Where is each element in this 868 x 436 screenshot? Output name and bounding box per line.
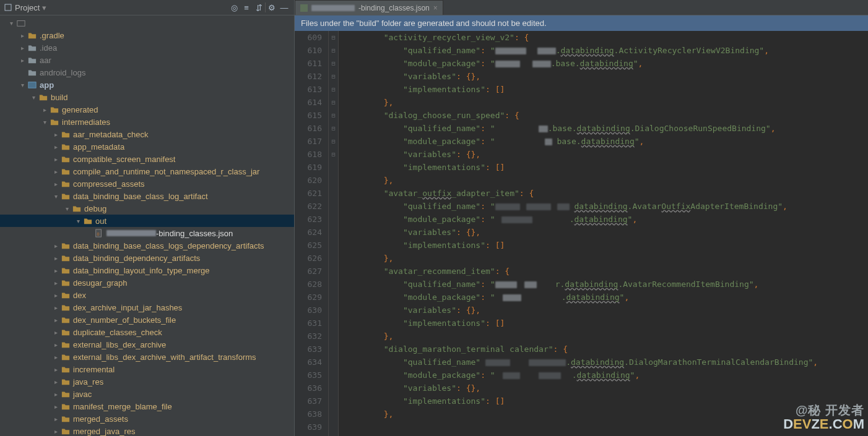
tree-row[interactable]: ▸java_res <box>0 375 294 388</box>
tree-label: merged_assets <box>73 414 128 424</box>
tree-label: incremental <box>73 365 115 374</box>
tree-label: aar <box>40 56 51 65</box>
tree-row[interactable]: ▸.gradle <box>0 29 294 41</box>
gear-icon[interactable]: ⚙ <box>266 1 278 14</box>
close-tab-icon[interactable]: × <box>433 4 438 12</box>
tree-chevron-icon[interactable]: ▾ <box>51 193 61 200</box>
tree-chevron-icon[interactable]: ▸ <box>51 280 61 286</box>
tree-row[interactable]: ▾data_binding_base_class_log_artifact <box>0 190 294 202</box>
collapse-all-icon[interactable]: ≡ <box>240 1 253 14</box>
tree-chevron-icon[interactable]: ▸ <box>51 131 61 138</box>
tree-row[interactable]: ▾ <box>0 17 294 29</box>
tree-chevron-icon[interactable]: ▸ <box>51 428 61 435</box>
tree-row[interactable]: ▸data_binding_dependency_artifacts <box>0 252 294 264</box>
tree-chevron-icon[interactable]: ▸ <box>51 341 61 348</box>
root-icon <box>16 18 26 28</box>
expand-all-icon[interactable]: ⇵ <box>253 1 265 14</box>
tree-row[interactable]: ▸desugar_graph <box>0 276 294 289</box>
tree-row[interactable]: ▸.idea <box>0 41 294 54</box>
tree-row[interactable]: ▾build <box>0 91 294 103</box>
tree-chevron-icon[interactable]: ▸ <box>51 416 61 422</box>
tree-chevron-icon[interactable]: ▸ <box>51 329 61 336</box>
tree-chevron-icon[interactable]: ▾ <box>28 94 38 101</box>
tree-row[interactable]: ▸external_libs_dex_archive <box>0 338 294 351</box>
tree-row[interactable]: ▸generated <box>0 103 294 116</box>
project-tree[interactable]: ▾▸.gradle▸.idea▸aarandroid_logs▾app▾buil… <box>0 15 294 436</box>
tree-row[interactable]: ▸compile_and_runtime_not_namespaced_r_cl… <box>0 165 294 177</box>
tree-row[interactable]: ▸incremental <box>0 363 294 375</box>
tree-row[interactable]: ▾debug <box>0 202 294 215</box>
tree-chevron-icon[interactable]: ▾ <box>17 82 27 88</box>
tree-label: dex_number_of_buckets_file <box>73 315 176 325</box>
tree-label: duplicate_classes_check <box>73 328 162 337</box>
tree-row[interactable]: ▸aar_metadata_check <box>0 128 294 140</box>
tree-label: app <box>40 80 54 90</box>
folder-hl-icon <box>50 117 59 127</box>
folder-hl-icon <box>83 216 93 226</box>
tree-row[interactable]: ▸javac <box>0 388 294 400</box>
tree-row[interactable]: ▸merged_assets <box>0 412 294 425</box>
code-area[interactable]: "activity_recycler_view_v2": { "qualifie… <box>339 31 868 436</box>
folder-hl-icon <box>72 203 82 213</box>
project-title[interactable]: Project <box>15 3 40 12</box>
tree-chevron-icon[interactable]: ▸ <box>51 156 61 163</box>
tree-row[interactable]: ▸aar <box>0 54 294 66</box>
tree-chevron-icon[interactable]: ▾ <box>62 205 72 212</box>
tree-chevron-icon[interactable]: ▸ <box>51 378 61 385</box>
chevron-down-icon[interactable]: ▾ <box>42 3 46 12</box>
tree-chevron-icon[interactable]: ▸ <box>51 403 61 410</box>
tree-chevron-icon[interactable]: ▸ <box>51 168 61 175</box>
tree-row[interactable]: ▸app_metadata <box>0 140 294 153</box>
tree-chevron-icon[interactable]: ▸ <box>51 181 61 187</box>
tree-row[interactable]: ▾app <box>0 79 294 91</box>
folder-hl-icon <box>61 142 71 152</box>
code-editor[interactable]: 6096106116126136146156166176186196206216… <box>295 31 868 436</box>
tree-chevron-icon[interactable]: ▸ <box>51 255 61 262</box>
tree-chevron-icon[interactable]: ▸ <box>17 57 27 64</box>
tree-label: generated <box>62 105 98 114</box>
tree-chevron-icon[interactable]: ▾ <box>40 119 50 126</box>
tree-label: external_libs_dex_archive_with_artifact_… <box>73 353 256 362</box>
tree-row[interactable]: ▸manifest_merge_blame_file <box>0 400 294 412</box>
tree-chevron-icon[interactable]: ▸ <box>51 304 61 311</box>
tree-chevron-icon[interactable]: ▸ <box>51 267 61 274</box>
folder-hl-icon <box>61 265 71 275</box>
tree-row[interactable]: {}-binding_classes.json <box>0 227 294 239</box>
fold-gutter[interactable]: ⊟⊟⊟⊟⊟⊟⊟⊟⊟⊟ <box>329 31 339 436</box>
tree-chevron-icon[interactable]: ▸ <box>17 32 27 39</box>
tree-row[interactable]: ▸compressed_assets <box>0 177 294 190</box>
tree-chevron-icon[interactable]: ▾ <box>6 20 16 27</box>
tree-row[interactable]: ▸data_binding_layout_info_type_merge <box>0 264 294 276</box>
tree-row[interactable]: ▸external_libs_dex_archive_with_artifact… <box>0 351 294 363</box>
svg-rect-1 <box>17 21 25 27</box>
tree-chevron-icon[interactable]: ▸ <box>51 317 61 323</box>
target-icon[interactable]: ◎ <box>228 1 240 14</box>
tree-row[interactable]: ▸data_binding_base_class_logs_dependency… <box>0 239 294 252</box>
folder-hl-icon <box>27 30 37 40</box>
tree-chevron-icon[interactable]: ▸ <box>51 366 61 373</box>
tree-label: app_metadata <box>73 142 124 152</box>
tree-chevron-icon[interactable]: ▸ <box>51 391 61 398</box>
tree-row[interactable]: ▸compatible_screen_manifest <box>0 153 294 165</box>
tree-row[interactable]: ▸duplicate_classes_check <box>0 326 294 338</box>
tree-row[interactable]: ▾out <box>0 215 294 227</box>
tree-row[interactable]: ▸merged_java_res <box>0 425 294 436</box>
tree-chevron-icon[interactable]: ▸ <box>40 106 50 113</box>
tree-row[interactable]: ▸dex <box>0 289 294 301</box>
tree-chevron-icon[interactable]: ▸ <box>51 143 61 150</box>
tree-row[interactable]: ▾intermediates <box>0 116 294 128</box>
tree-chevron-icon[interactable]: ▸ <box>51 354 61 361</box>
tree-label: build <box>51 93 67 102</box>
tree-row[interactable]: android_logs <box>0 66 294 79</box>
tree-row[interactable]: ▸dex_number_of_buckets_file <box>0 314 294 326</box>
tree-chevron-icon[interactable]: ▾ <box>73 218 83 224</box>
editor-tab[interactable]: -binding_classes.json × <box>295 0 443 15</box>
tree-chevron-icon[interactable]: ▸ <box>17 45 27 51</box>
tree-row[interactable]: ▸dex_archive_input_jar_hashes <box>0 301 294 314</box>
folder-hl-icon <box>61 401 71 411</box>
tree-label: compile_and_runtime_not_namespaced_r_cla… <box>73 167 259 176</box>
tree-chevron-icon[interactable]: ▸ <box>51 242 61 249</box>
hide-icon[interactable]: — <box>278 1 290 14</box>
project-tool-window: Project ▾ ◎ ≡ ⇵ ⚙ — ▾▸.gradle▸.idea▸aara… <box>0 0 295 436</box>
tree-chevron-icon[interactable]: ▸ <box>51 292 61 299</box>
